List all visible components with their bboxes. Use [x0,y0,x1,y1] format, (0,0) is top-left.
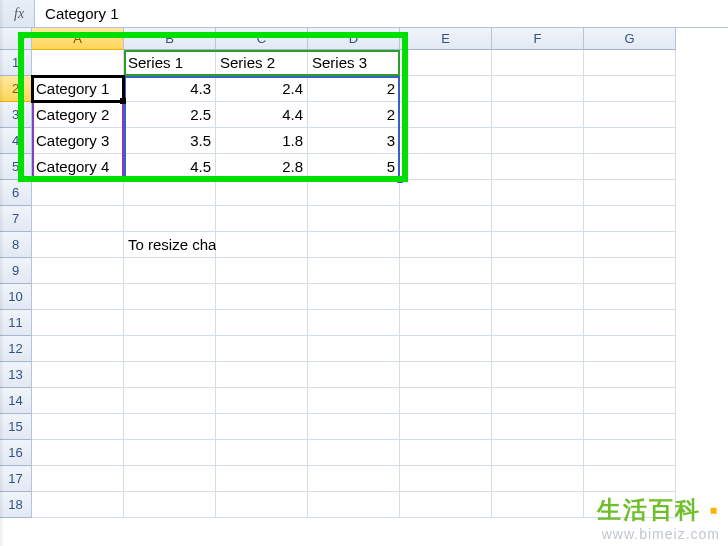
cell-F17[interactable] [492,466,584,492]
col-header-A[interactable]: A [32,28,124,50]
cell-D5[interactable]: 5 [308,154,400,180]
cell-F3[interactable] [492,102,584,128]
cell-D10[interactable] [308,284,400,310]
cell-A7[interactable] [32,206,124,232]
cell-F18[interactable] [492,492,584,518]
cell-E5[interactable] [400,154,492,180]
cell-B7[interactable] [124,206,216,232]
cell-E8[interactable] [400,232,492,258]
cell-G14[interactable] [584,388,676,414]
cell-A15[interactable] [32,414,124,440]
cell-C3[interactable]: 4.4 [216,102,308,128]
cell-F10[interactable] [492,284,584,310]
cell-A3[interactable]: Category 2 [32,102,124,128]
cell-A16[interactable] [32,440,124,466]
cell-F13[interactable] [492,362,584,388]
cell-G11[interactable] [584,310,676,336]
cell-A5[interactable]: Category 4 [32,154,124,180]
cell-B9[interactable] [124,258,216,284]
cell-G10[interactable] [584,284,676,310]
cell-C1[interactable]: Series 2 [216,50,308,76]
col-header-F[interactable]: F [492,28,584,50]
cell-D17[interactable] [308,466,400,492]
cell-D4[interactable]: 3 [308,128,400,154]
cell-F7[interactable] [492,206,584,232]
cell-F2[interactable] [492,76,584,102]
row-header-16[interactable]: 16 [0,440,32,466]
row-header-8[interactable]: 8 [0,232,32,258]
cell-E4[interactable] [400,128,492,154]
cell-G5[interactable] [584,154,676,180]
cell-C11[interactable] [216,310,308,336]
cell-C8[interactable] [216,232,308,258]
cell-A9[interactable] [32,258,124,284]
cell-G16[interactable] [584,440,676,466]
row-header-9[interactable]: 9 [0,258,32,284]
select-all-corner[interactable] [0,28,32,50]
cell-G17[interactable] [584,466,676,492]
cell-A6[interactable] [32,180,124,206]
row-header-4[interactable]: 4 [0,128,32,154]
cell-B4[interactable]: 3.5 [124,128,216,154]
cell-D16[interactable] [308,440,400,466]
row-header-5[interactable]: 5 [0,154,32,180]
cell-B15[interactable] [124,414,216,440]
cell-E15[interactable] [400,414,492,440]
cell-G7[interactable] [584,206,676,232]
cell-E16[interactable] [400,440,492,466]
cell-B6[interactable] [124,180,216,206]
cell-G2[interactable] [584,76,676,102]
row-header-6[interactable]: 6 [0,180,32,206]
cell-B1[interactable]: Series 1 [124,50,216,76]
cell-E6[interactable] [400,180,492,206]
cell-C6[interactable] [216,180,308,206]
col-header-C[interactable]: C [216,28,308,50]
cell-C2[interactable]: 2.4 [216,76,308,102]
row-header-12[interactable]: 12 [0,336,32,362]
cell-E9[interactable] [400,258,492,284]
cell-G15[interactable] [584,414,676,440]
cell-C10[interactable] [216,284,308,310]
cell-A13[interactable] [32,362,124,388]
cell-B13[interactable] [124,362,216,388]
row-header-11[interactable]: 11 [0,310,32,336]
cell-G13[interactable] [584,362,676,388]
cell-A10[interactable] [32,284,124,310]
cell-D15[interactable] [308,414,400,440]
cell-B14[interactable] [124,388,216,414]
cell-G6[interactable] [584,180,676,206]
row-header-18[interactable]: 18 [0,492,32,518]
cell-A8[interactable] [32,232,124,258]
cell-F11[interactable] [492,310,584,336]
row-header-2[interactable]: 2 [0,76,32,102]
cell-E17[interactable] [400,466,492,492]
cell-E2[interactable] [400,76,492,102]
cell-F5[interactable] [492,154,584,180]
cell-F1[interactable] [492,50,584,76]
cell-F9[interactable] [492,258,584,284]
cell-E12[interactable] [400,336,492,362]
cell-F15[interactable] [492,414,584,440]
cell-D9[interactable] [308,258,400,284]
row-header-13[interactable]: 13 [0,362,32,388]
cell-D8[interactable] [308,232,400,258]
cell-B12[interactable] [124,336,216,362]
cell-C18[interactable] [216,492,308,518]
cell-E18[interactable] [400,492,492,518]
cell-D1[interactable]: Series 3 [308,50,400,76]
cell-G4[interactable] [584,128,676,154]
fx-icon[interactable]: fx [0,0,35,27]
cell-G8[interactable] [584,232,676,258]
cell-D18[interactable] [308,492,400,518]
cell-F8[interactable] [492,232,584,258]
cell-E11[interactable] [400,310,492,336]
row-header-17[interactable]: 17 [0,466,32,492]
cell-B18[interactable] [124,492,216,518]
col-header-E[interactable]: E [400,28,492,50]
cell-G9[interactable] [584,258,676,284]
row-header-15[interactable]: 15 [0,414,32,440]
cell-D2[interactable]: 2 [308,76,400,102]
cell-E14[interactable] [400,388,492,414]
range-resize-handle[interactable] [397,177,403,183]
col-header-D[interactable]: D [308,28,400,50]
